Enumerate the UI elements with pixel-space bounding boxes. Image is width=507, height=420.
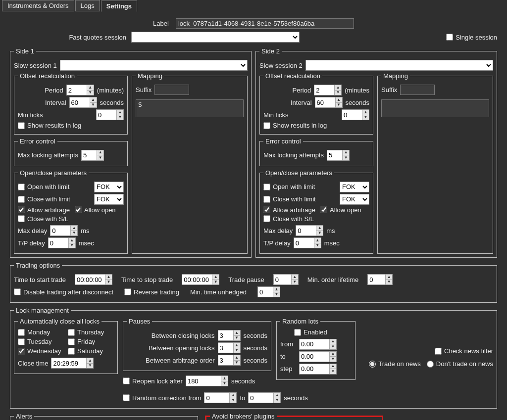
side1-close-sl-checkbox[interactable] (18, 215, 25, 222)
fast-quotes-session-select[interactable] (131, 32, 300, 43)
side2-max-delay-unit: ms (326, 227, 335, 234)
side2-show-results-checkbox[interactable] (263, 122, 270, 129)
thursday-checkbox[interactable] (68, 329, 75, 336)
reopen-lock-checkbox[interactable] (123, 377, 130, 384)
saturday-checkbox[interactable] (68, 348, 75, 355)
side1-open-with-limit-checkbox[interactable] (18, 184, 25, 190)
side1-allow-open-checkbox[interactable] (75, 206, 82, 213)
between-closing-locks-spinner[interactable]: ▲▼ (218, 330, 241, 341)
side2-period-spinner[interactable]: ▲▼ (314, 85, 342, 95)
pauses-group: Pauses Between closing locks ▲▼ seconds … (123, 318, 271, 371)
side1-interval-label: Interval (45, 99, 66, 106)
side1-max-locking-spinner[interactable]: ▲▼ (81, 150, 104, 161)
side1-min-ticks-spinner[interactable]: ▲▼ (96, 109, 124, 120)
friday-checkbox[interactable] (68, 338, 75, 345)
trade-on-news-label: Trade on news (378, 360, 421, 368)
side2-min-ticks-spinner[interactable]: ▲▼ (342, 109, 369, 120)
between-opening-locks-spinner[interactable]: ▲▼ (218, 342, 241, 353)
side2-error-legend: Error control (263, 138, 303, 145)
close-time-spinner[interactable]: ▲▼ (51, 358, 94, 369)
avoid-brokers-plugins-legend: Avoid brokers' plugins (210, 413, 277, 420)
time-start-label: Time to start trade (14, 276, 66, 283)
tab-logs[interactable]: Logs (75, 0, 100, 11)
label-input[interactable] (176, 18, 354, 29)
side1-mapping-group: Mapping Suffix (132, 72, 248, 254)
side1-show-results-checkbox[interactable] (18, 122, 25, 129)
side1-allow-open-label: Allow open (84, 206, 116, 214)
tuesday-checkbox[interactable] (18, 338, 25, 345)
side2-max-locking-spinner[interactable]: ▲▼ (327, 150, 350, 161)
single-session-checkbox[interactable] (446, 34, 453, 41)
min-time-unhedged-label: Min. time unhedged (190, 288, 247, 296)
side2-open-select[interactable]: FOK (340, 182, 369, 192)
monday-checkbox[interactable] (18, 329, 25, 336)
side1-open-select[interactable]: FOK (94, 182, 124, 192)
dont-trade-on-news-radio[interactable] (427, 361, 434, 368)
side2-tp-delay-unit: msec (324, 239, 340, 247)
side2-allow-arbitrage-checkbox[interactable] (263, 206, 270, 213)
min-order-lifetime-spinner[interactable]: ▲▼ (367, 274, 393, 285)
random-lots-from-label: from (280, 340, 296, 348)
side2-allow-arbitrage-label: Allow arbitrage (273, 206, 315, 214)
wednesday-checkbox[interactable] (18, 348, 25, 355)
random-lots-step-spinner[interactable]: ▲▼ (299, 364, 337, 374)
alerts-group: Alerts Send alert if execution time exce… (10, 413, 198, 420)
side1-period-unit: (minutes) (97, 87, 124, 94)
trade-on-news-radio[interactable] (369, 361, 376, 368)
side1-period-spinner[interactable]: ▲▼ (66, 85, 94, 95)
side2-offset-legend: Offset recalculation (263, 72, 322, 80)
side2-allow-open-checkbox[interactable] (320, 206, 327, 213)
time-stop-spinner[interactable]: ▲▼ (182, 274, 219, 285)
disable-trading-checkbox[interactable] (14, 288, 21, 295)
lock-management-legend: Lock management (14, 307, 71, 314)
slow-session-2-select[interactable] (305, 60, 493, 71)
reopen-lock-label: Reopen lock after (132, 377, 183, 385)
side2-close-sl-checkbox[interactable] (263, 215, 270, 222)
side2-close-select[interactable]: FOK (340, 194, 369, 205)
min-time-unhedged-spinner[interactable]: ▲▼ (257, 286, 280, 297)
time-start-spinner[interactable]: ▲▼ (75, 274, 112, 285)
side2-mapping-legend: Mapping (381, 72, 410, 80)
between-arbitrage-order-spinner[interactable]: ▲▼ (218, 355, 241, 366)
side2-max-delay-spinner[interactable]: ▲▼ (296, 225, 323, 236)
pauses-sec-3: seconds (244, 357, 267, 364)
side1-mapping-textarea[interactable] (136, 99, 244, 117)
side1-max-delay-spinner[interactable]: ▲▼ (50, 225, 78, 236)
check-news-filter-label: Check news filter (444, 347, 493, 355)
pauses-legend: Pauses (127, 318, 152, 325)
side2-suffix-input[interactable] (400, 85, 435, 95)
side1-close-with-limit-checkbox[interactable] (18, 196, 25, 203)
random-lots-enabled-label: Enabled (304, 328, 327, 336)
side1-suffix-input[interactable] (154, 85, 189, 95)
reverse-trading-checkbox[interactable] (124, 288, 131, 295)
reopen-lock-spinner[interactable]: ▲▼ (186, 375, 228, 386)
trade-pause-spinner[interactable]: ▲▼ (273, 274, 299, 285)
side1-close-select[interactable]: FOK (94, 194, 124, 205)
check-news-filter-checkbox[interactable] (435, 348, 442, 355)
reverse-trading-label: Reverse trading (134, 288, 179, 296)
side1-tp-delay-spinner[interactable]: ▲▼ (48, 237, 76, 248)
lock-management-group: Lock management Automatically close all … (10, 307, 497, 409)
side1-interval-spinner[interactable]: ▲▼ (69, 97, 97, 108)
side2-mapping-textarea[interactable] (381, 99, 489, 117)
random-lots-enabled-checkbox[interactable] (294, 329, 301, 336)
side1-tp-delay-unit: msec (79, 239, 94, 247)
side2-tp-delay-spinner[interactable]: ▲▼ (294, 237, 321, 248)
side2-max-locking-label: Max locking attempts (263, 151, 324, 159)
trade-pause-label: Trade pause (228, 276, 264, 283)
close-time-label: Close time (18, 360, 48, 367)
slow-session-1-select[interactable] (60, 60, 248, 71)
random-correction-checkbox[interactable] (123, 394, 130, 401)
tab-settings[interactable]: Settings (101, 0, 137, 12)
random-correction-from-spinner[interactable]: ▲▼ (204, 392, 237, 403)
side2-interval-spinner[interactable]: ▲▼ (315, 97, 343, 108)
side2-close-with-limit-checkbox[interactable] (263, 196, 270, 203)
random-correction-to-spinner[interactable]: ▲▼ (248, 392, 281, 403)
side2-open-with-limit-checkbox[interactable] (263, 184, 270, 190)
random-lots-to-spinner[interactable]: ▲▼ (299, 351, 337, 362)
side2-show-results-label: Show results in log (273, 122, 327, 129)
side1-allow-arbitrage-checkbox[interactable] (18, 206, 25, 213)
side1-max-locking-label: Max locking attempts (18, 151, 78, 159)
tab-instruments-orders[interactable]: Instruments & Orders (2, 0, 74, 11)
random-lots-from-spinner[interactable]: ▲▼ (299, 339, 337, 350)
